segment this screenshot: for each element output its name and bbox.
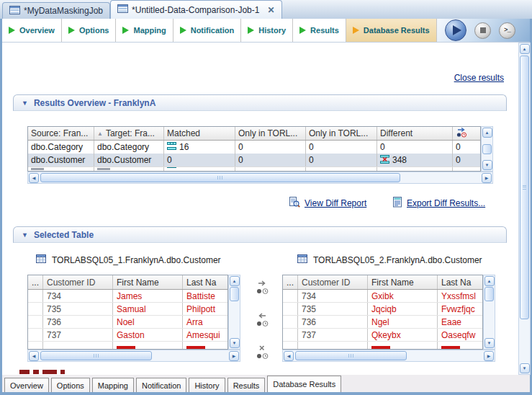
scroll-down-icon[interactable]: ▼ — [230, 338, 240, 348]
bottom-tab-database-results[interactable]: Database Results — [267, 376, 341, 392]
stop-icon — [480, 27, 486, 33]
toolbar-item-mapping[interactable]: Mapping — [116, 19, 173, 42]
source-2-vertical-scrollbar[interactable]: ▲ ▼ — [483, 275, 495, 350]
scrollbar-thumb[interactable] — [482, 144, 492, 154]
column-header-first-name[interactable]: First Name — [113, 275, 183, 289]
scroll-right-icon[interactable]: ▶ — [484, 351, 494, 361]
toolbar-item-notification[interactable]: Notification — [173, 19, 242, 42]
scrollbar-thumb[interactable] — [40, 173, 400, 182]
app-window: *MyDataMaskingJob *Untitled-Data-Compari… — [0, 0, 532, 395]
selected-table-section-header[interactable]: ▼ Selected Table — [13, 226, 507, 243]
scroll-right-icon[interactable]: ▶ — [482, 173, 492, 183]
column-header-source[interactable]: Source: Fran... — [28, 127, 94, 140]
cancel-sync-button[interactable] — [252, 343, 272, 362]
scroll-up-icon[interactable]: ▲ — [520, 44, 530, 54]
column-header-first-name[interactable]: First Name — [368, 275, 438, 289]
editor-tab-mydatamaskingjob[interactable]: *MyDataMaskingJob — [2, 2, 110, 19]
bottom-tab-options[interactable]: Options — [51, 378, 90, 392]
grid-row[interactable]: 736 Ngel Eaae — [283, 316, 482, 329]
stop-job-button[interactable] — [474, 22, 491, 39]
green-arrow-icon — [180, 27, 186, 34]
copy-row-left-button[interactable] — [252, 311, 272, 329]
scroll-left-icon[interactable]: ◀ — [284, 351, 294, 361]
results-overview-section-header[interactable]: ▼ Results Overview - FranklynA — [13, 94, 507, 111]
bottom-tab-results[interactable]: Results — [227, 378, 266, 392]
section-title: Results Overview - FranklynA — [34, 98, 155, 108]
scrollbar-thumb[interactable] — [230, 287, 239, 301]
scroll-left-icon[interactable]: ◀ — [29, 173, 39, 183]
export-diff-results-link[interactable]: Export Diff Results... — [393, 197, 485, 210]
grid-header: ... Customer ID First Name Last Na — [283, 275, 482, 290]
column-header-last-name[interactable]: Last Na — [183, 275, 227, 289]
grid-row-clipped — [28, 342, 227, 349]
column-header-different[interactable]: Different — [377, 127, 453, 140]
editor-tab-data-comparison-job[interactable]: *Untitled-Data-Comparison-Job-1 ✕ — [110, 0, 281, 19]
toolbar-item-options[interactable]: Options — [62, 19, 117, 42]
scrollbar-thumb[interactable] — [295, 351, 407, 360]
grid-row[interactable]: 734 James Battiste — [28, 290, 227, 303]
bottom-tab-mapping[interactable]: Mapping — [92, 378, 134, 392]
scroll-up-icon[interactable]: ▲ — [482, 128, 492, 138]
bottom-tab-overview[interactable]: Overview — [4, 378, 49, 392]
scroll-right-icon[interactable]: ▶ — [229, 351, 239, 361]
bottom-tab-history[interactable]: History — [189, 378, 225, 392]
source-2-horizontal-scrollbar[interactable]: ◀ ▶ — [282, 350, 495, 362]
results-table-row-selected[interactable]: dbo.Customer dbo.Customer 0 0 0 348 0 — [28, 154, 480, 167]
toolbar-item-label: Options — [79, 26, 109, 35]
source-1-horizontal-scrollbar[interactable]: ◀ ▶ — [27, 350, 240, 362]
scrollbar-thumb[interactable] — [520, 56, 529, 319]
grid-row[interactable]: 737 Qkeybx Oaseqfw — [283, 329, 482, 342]
column-header-only-in-2[interactable]: Only in TORL... — [306, 127, 377, 140]
grid-row-clipped — [283, 342, 482, 349]
scrollbar-thumb[interactable] — [40, 351, 152, 360]
source-table-title-1: TORLABSQL05_1.FranklynA.dbo.Customer — [36, 254, 221, 266]
scroll-left-icon[interactable]: ◀ — [29, 351, 39, 361]
column-header-rownum[interactable]: ... — [28, 275, 43, 289]
scroll-down-icon[interactable]: ▼ — [484, 338, 495, 348]
console-button[interactable]: >_ — [499, 22, 515, 39]
section-title: Selected Table — [34, 230, 94, 240]
run-job-button[interactable] — [445, 19, 466, 41]
toolbar-item-label: Mapping — [133, 26, 166, 35]
grid-row[interactable]: 735 Jqciqb Fvwzfjqc — [283, 303, 482, 316]
column-header-rownum[interactable]: ... — [283, 275, 298, 289]
column-header-customer-id[interactable]: Customer ID — [43, 275, 113, 289]
diff-report-icon — [289, 197, 300, 210]
results-table-vertical-scrollbar[interactable]: ▲ ▼ — [481, 126, 493, 172]
rows-matched-icon — [167, 142, 176, 152]
scroll-down-icon[interactable]: ▼ — [520, 363, 530, 373]
column-header-last-name[interactable]: Last Na — [438, 275, 482, 289]
source-1-vertical-scrollbar[interactable]: ▲ ▼ — [228, 275, 240, 350]
copy-row-right-button[interactable] — [252, 278, 272, 297]
scrollbar-thumb[interactable] — [484, 287, 494, 301]
column-header-customer-id[interactable]: Customer ID — [298, 275, 368, 289]
close-tab-icon[interactable]: ✕ — [267, 5, 274, 15]
grid-row[interactable]: 737 Gaston Amesqui — [28, 329, 227, 342]
results-table-horizontal-scrollbar[interactable]: ◀ ▶ — [27, 172, 493, 184]
source-2-data-grid: ... Customer ID First Name Last Na 734 G… — [282, 275, 483, 350]
column-header-target[interactable]: ▲ Target: Fra... — [94, 127, 164, 140]
column-header-matched[interactable]: Matched — [164, 127, 235, 140]
toolbar-item-results[interactable]: Results — [293, 19, 346, 42]
grid-row[interactable]: 736 Noel Arra — [28, 316, 227, 329]
page-vertical-scrollbar[interactable]: ▲ ▼ — [518, 43, 531, 375]
scroll-up-icon[interactable]: ▲ — [484, 276, 495, 286]
rows-different-icon — [380, 155, 389, 166]
toolbar-item-label: Results — [310, 26, 339, 35]
view-diff-report-link[interactable]: View Diff Report — [289, 197, 366, 210]
grid-row[interactable]: 734 Gxibk Yxssfmsl — [283, 290, 482, 303]
scroll-down-icon[interactable]: ▼ — [482, 160, 492, 170]
toolbar-item-overview[interactable]: Overview — [2, 19, 62, 42]
toolbar-item-database-results[interactable]: Database Results — [346, 19, 437, 42]
collapse-triangle-icon: ▼ — [22, 231, 28, 239]
bottom-tab-notification[interactable]: Notification — [136, 378, 186, 392]
toolbar-item-history[interactable]: History — [241, 19, 293, 42]
column-header-sync[interactable] — [453, 127, 479, 140]
green-arrow-icon — [248, 27, 254, 34]
scroll-up-icon[interactable]: ▲ — [230, 276, 240, 286]
grid-row[interactable]: 735 Samual Philpott — [28, 303, 227, 316]
results-table-row[interactable]: dbo.Category dbo.Category 16 0 0 0 0 — [28, 141, 480, 154]
toolbar-item-label: Notification — [191, 26, 235, 35]
close-results-link[interactable]: Close results — [454, 73, 504, 83]
column-header-only-in-1[interactable]: Only in TORL... — [235, 127, 306, 140]
